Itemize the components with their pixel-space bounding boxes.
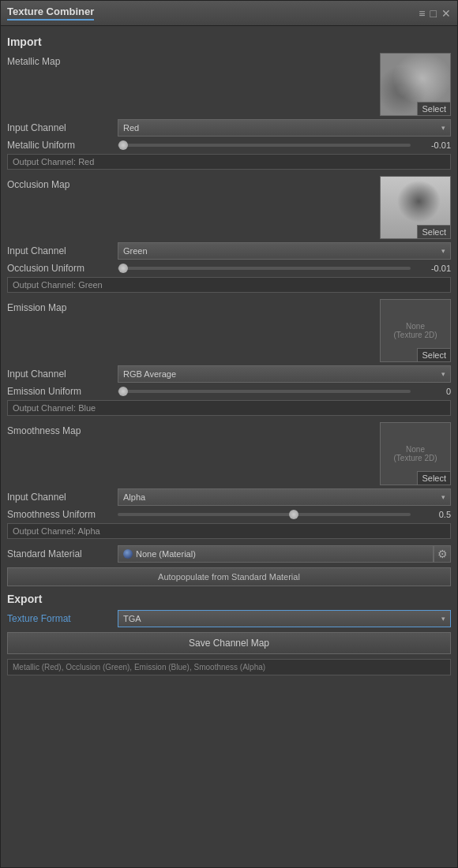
metallic-input-channel-row: Input Channel Red ▾ [7,119,451,137]
standard-material-row: Standard Material None (Material) ⚙ [7,545,451,563]
metallic-map-row: Metallic Map Select [7,53,451,116]
maximize-icon[interactable]: □ [430,7,437,20]
close-icon[interactable]: ✕ [441,7,451,20]
metallic-uniform-row: Metallic Uniform -0.01 [7,140,451,151]
texture-combiner-window: Texture Combiner ≡ □ ✕ Import Metallic M… [0,0,458,868]
smoothness-input-channel-arrow: ▾ [441,493,445,501]
metallic-uniform-slider-container: -0.01 [118,140,451,150]
occlusion-map-thumbnail[interactable]: Select [380,176,451,239]
main-content: Import Metallic Map Select Input Channel… [1,26,457,867]
texture-format-value: TGA [123,614,141,623]
title-controls: ≡ □ ✕ [419,7,451,20]
smoothness-uniform-row: Smoothness Uniform 0.5 [7,509,451,520]
smoothness-uniform-track[interactable] [118,513,411,516]
metallic-output-channel: Output Channel: Red [7,154,451,170]
window-title: Texture Combiner [7,6,94,21]
channel-info-text: Metallic (Red), Occlusion (Green), Emiss… [7,659,451,675]
emission-input-channel-arrow: ▾ [441,370,445,378]
smoothness-uniform-thumb[interactable] [289,510,298,519]
occlusion-uniform-row: Occlusion Uniform -0.01 [7,263,451,274]
occlusion-select-button[interactable]: Select [417,225,450,238]
smoothness-input-channel-label: Input Channel [7,492,118,503]
standard-material-gear-button[interactable]: ⚙ [434,545,451,563]
metallic-input-channel-arrow: ▾ [441,124,445,132]
import-header: Import [7,36,451,48]
metallic-input-channel-dropdown[interactable]: Red ▾ [118,119,451,137]
smoothness-input-channel-dropdown[interactable]: Alpha ▾ [118,488,451,506]
standard-material-value: None (Material) [136,549,196,559]
metallic-map-label: Metallic Map [7,53,380,67]
occlusion-map-section: Occlusion Map Select Input Channel Green… [7,176,451,293]
metallic-uniform-thumb[interactable] [118,140,128,150]
emission-input-channel-value: RGB Average [123,369,176,379]
emission-uniform-slider-container: 0 [118,387,451,396]
emission-map-section: Emission Map None (Texture 2D) Select In… [7,299,451,416]
export-section: Export Texture Format TGA ▾ Save Channel… [7,593,451,675]
texture-format-arrow: ▾ [441,615,445,623]
emission-thumbnail-text2: (Texture 2D) [393,331,437,339]
metallic-map-section: Metallic Map Select Input Channel Red ▾ … [7,53,451,170]
gear-icon: ⚙ [437,548,448,560]
occlusion-input-channel-dropdown[interactable]: Green ▾ [118,242,451,260]
emission-uniform-thumb[interactable] [118,387,128,396]
metallic-select-button[interactable]: Select [417,102,450,115]
occlusion-input-channel-label: Input Channel [7,245,118,256]
standard-material-label: Standard Material [7,548,118,559]
emission-uniform-track[interactable] [118,390,411,393]
occlusion-uniform-label: Occlusion Uniform [7,263,118,274]
smoothness-uniform-slider-container: 0.5 [118,510,451,519]
emission-select-button[interactable]: Select [417,348,450,361]
smoothness-thumbnail-text2: (Texture 2D) [393,454,437,462]
smoothness-map-thumbnail[interactable]: None (Texture 2D) Select [380,422,451,485]
emission-uniform-label: Emission Uniform [7,386,118,397]
occlusion-input-channel-arrow: ▾ [441,247,445,255]
occlusion-uniform-thumb[interactable] [118,264,128,273]
emission-thumbnail-text1: None [406,322,425,331]
autopopulate-button[interactable]: Autopopulate from Standard Material [7,567,451,586]
metallic-uniform-track[interactable] [118,144,411,147]
emission-input-channel-label: Input Channel [7,369,118,380]
save-channel-map-button[interactable]: Save Channel Map [7,632,451,654]
emission-map-row: Emission Map None (Texture 2D) Select [7,299,451,362]
emission-output-channel: Output Channel: Blue [7,400,451,416]
occlusion-uniform-value: -0.01 [415,264,451,273]
smoothness-uniform-value: 0.5 [415,510,451,519]
occlusion-input-channel-value: Green [123,246,148,256]
occlusion-output-channel: Output Channel: Green [7,277,451,293]
emission-map-thumbnail[interactable]: None (Texture 2D) Select [380,299,451,362]
smoothness-map-row: Smoothness Map None (Texture 2D) Select [7,422,451,485]
emission-input-channel-row: Input Channel RGB Average ▾ [7,365,451,383]
smoothness-map-section: Smoothness Map None (Texture 2D) Select … [7,422,451,539]
metallic-input-channel-label: Input Channel [7,122,118,133]
smoothness-input-channel-value: Alpha [123,492,145,502]
list-icon[interactable]: ≡ [419,7,425,20]
export-header: Export [7,593,451,605]
texture-format-row: Texture Format TGA ▾ [7,610,451,627]
metallic-input-channel-value: Red [123,123,139,133]
metallic-uniform-value: -0.01 [415,140,451,150]
metallic-uniform-label: Metallic Uniform [7,140,118,151]
metallic-map-thumbnail[interactable]: Select [380,53,451,116]
occlusion-uniform-slider-container: -0.01 [118,264,451,273]
emission-input-channel-dropdown[interactable]: RGB Average ▾ [118,365,451,383]
occlusion-map-label: Occlusion Map [7,176,380,190]
material-ball-icon [123,549,133,559]
occlusion-map-row: Occlusion Map Select [7,176,451,239]
emission-uniform-value: 0 [415,387,451,396]
standard-material-dropdown[interactable]: None (Material) [118,545,434,563]
smoothness-thumbnail-text1: None [406,445,425,454]
emission-map-label: Emission Map [7,299,380,313]
texture-format-label: Texture Format [7,613,118,624]
smoothness-input-channel-row: Input Channel Alpha ▾ [7,488,451,506]
title-bar: Texture Combiner ≡ □ ✕ [1,1,457,26]
occlusion-input-channel-row: Input Channel Green ▾ [7,242,451,260]
emission-uniform-row: Emission Uniform 0 [7,386,451,397]
occlusion-uniform-track[interactable] [118,267,411,270]
smoothness-output-channel: Output Channel: Alpha [7,523,451,539]
smoothness-uniform-label: Smoothness Uniform [7,509,118,520]
texture-format-dropdown[interactable]: TGA ▾ [118,610,451,627]
smoothness-select-button[interactable]: Select [417,471,450,485]
smoothness-map-label: Smoothness Map [7,422,380,436]
